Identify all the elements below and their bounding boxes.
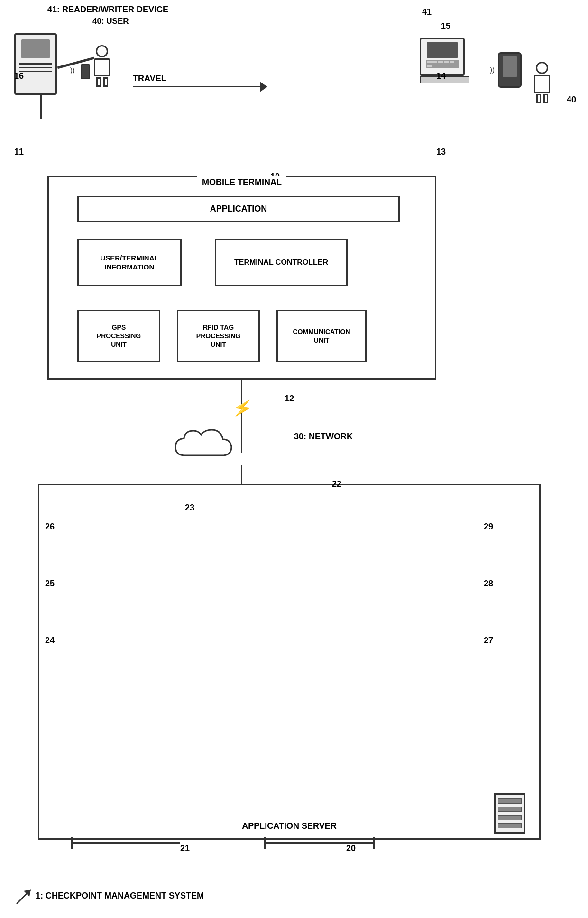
label-29: 29 [484, 522, 493, 532]
label-16: 16 [14, 71, 24, 81]
right-phone: )) [498, 52, 522, 88]
comm-box: COMMUNICATIONUNIT [276, 310, 367, 362]
label-13: 13 [436, 147, 446, 157]
comm-label: COMMUNICATIONUNIT [293, 327, 350, 344]
diagram: 41: READER/WRITER DEVICE )) 40: USER [0, 0, 588, 918]
cloud [166, 422, 261, 467]
bottom-line-left [71, 842, 180, 844]
gps-box: GPSPROCESSINGUNIT [77, 310, 160, 362]
mobile-terminal-title: MOBILE TERMINAL [197, 176, 286, 188]
left-phone: )) [81, 64, 90, 79]
tick-left [71, 837, 73, 849]
label-23: 23 [185, 503, 194, 513]
label-14: 14 [436, 71, 446, 81]
tc-label: TERMINAL CONTROLLER [234, 258, 328, 268]
label-27: 27 [484, 636, 493, 646]
server-rack-icon [494, 793, 525, 834]
right-user-figure [534, 62, 550, 103]
application-box: APPLICATION [77, 196, 400, 222]
app-server-box: PREDICTION SETTINGINFORMATION TB TRAVEL … [38, 484, 541, 840]
cms-label: 1: CHECKPOINT MANAGEMENT SYSTEM [36, 891, 204, 901]
rfid-box: RFID TAGPROCESSINGUNIT [177, 310, 260, 362]
rfid-label: RFID TAGPROCESSINGUNIT [196, 323, 240, 349]
label-22: 22 [332, 479, 341, 489]
tick-mid [264, 837, 266, 849]
label-26: 26 [45, 522, 55, 532]
vert-line-3 [241, 465, 242, 486]
bottom-line-right [266, 842, 375, 844]
mobile-terminal-box: MOBILE TERMINAL APPLICATION USER/TERMINA… [47, 176, 436, 380]
label-28: 28 [484, 579, 493, 589]
wireless-symbol: ⚡ [231, 397, 255, 419]
label-12: 12 [285, 394, 294, 404]
uti-label: USER/TERMINALINFORMATION [100, 253, 158, 272]
label-24: 24 [45, 636, 55, 646]
label-40-right: 40 [567, 95, 576, 105]
label-15: 15 [441, 21, 450, 31]
gps-label: GPSPROCESSINGUNIT [97, 323, 141, 349]
user-label-left: 40: USER [92, 17, 129, 26]
label-20: 20 [346, 844, 356, 853]
network-label: 30: NETWORK [294, 432, 353, 442]
label-25: 25 [45, 579, 55, 589]
app-server-inner-label: APPLICATION SERVER [242, 821, 336, 831]
travel-arrow: TRAVEL [133, 74, 275, 87]
travel-label: TRAVEL [133, 74, 275, 83]
application-label: APPLICATION [210, 204, 267, 214]
left-user-figure [94, 45, 110, 87]
tc-box: TERMINAL CONTROLLER [215, 239, 348, 286]
tick-right [373, 837, 375, 849]
uti-box: USER/TERMINALINFORMATION [77, 239, 182, 286]
rw-device-label: 41: READER/WRITER DEVICE [47, 5, 168, 15]
label-21: 21 [180, 844, 190, 853]
label-11: 11 [14, 147, 24, 157]
label-41-right: 41 [422, 7, 432, 17]
cms-arrow-icon [14, 887, 33, 908]
